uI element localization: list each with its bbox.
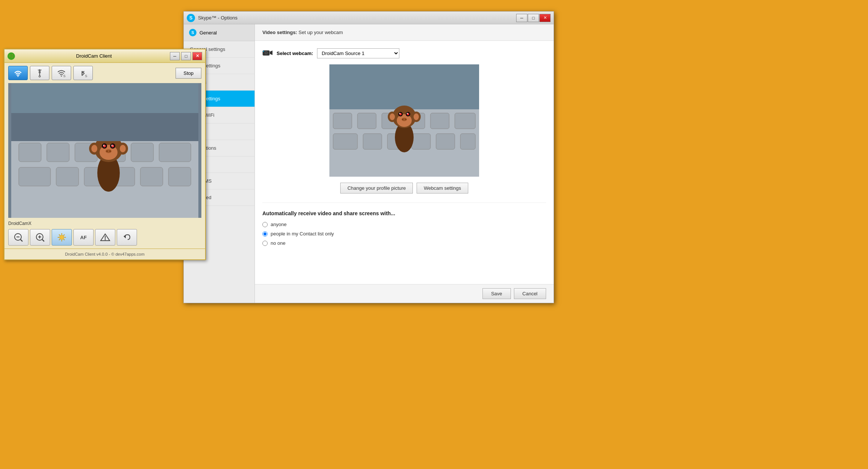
svg-line-51: [64, 235, 65, 236]
svg-point-44: [60, 235, 64, 240]
cancel-button[interactable]: Cancel: [514, 288, 546, 299]
main-header-sub: Set up your webcam: [299, 30, 343, 35]
auto-receive-title: Automatically receive video and share sc…: [262, 210, 546, 216]
radio-no-one-input[interactable]: [262, 241, 268, 246]
radio-anyone[interactable]: anyone: [262, 222, 546, 227]
svg-marker-60: [270, 51, 272, 55]
svg-rect-75: [436, 134, 455, 149]
webcam-select-dropdown[interactable]: DroidCam Source 1 Default Webcam No webc…: [317, 48, 399, 58]
svg-point-82: [414, 113, 419, 120]
svg-point-59: [265, 52, 267, 54]
radio-contacts-only[interactable]: people in my Contact list only: [262, 231, 546, 237]
svg-point-23: [91, 145, 97, 152]
skype-body: S General General settings Audio setting…: [184, 24, 554, 303]
droidcam-stop-button[interactable]: Stop: [176, 68, 201, 79]
undo-button[interactable]: [117, 229, 137, 246]
auto-receive-section: Automatically receive video and share sc…: [262, 202, 546, 246]
svg-point-34: [109, 150, 111, 152]
skype-minimize-button[interactable]: ─: [516, 14, 527, 22]
svg-rect-63: [329, 64, 479, 109]
radio-contacts-only-label[interactable]: people in my Contact list only: [271, 231, 334, 237]
svg-rect-74: [412, 134, 430, 149]
zoom-out-button[interactable]: [8, 229, 28, 246]
skype-window: S Skype™ - Options ─ □ ✕ S General Gener…: [183, 11, 554, 303]
droidcam-usb-button[interactable]: [30, 66, 49, 80]
zoom-in-icon: [35, 232, 45, 243]
webcam-select-row: Select webcam: DroidCam Source 1 Default…: [262, 48, 546, 58]
droidcam-close-button[interactable]: ✕: [192, 52, 202, 60]
svg-point-81: [390, 113, 395, 120]
svg-line-50: [64, 239, 65, 240]
webcam-select-label: Select webcam:: [277, 51, 313, 56]
droidcam-window: 🌿 DroidCam Client ─ □ ✕: [4, 49, 206, 260]
svg-text:S: S: [85, 74, 87, 78]
svg-line-52: [59, 239, 60, 240]
skype-app-icon: S: [187, 14, 195, 22]
main-header-label: Video settings:: [262, 30, 297, 35]
droidcam-toolbar: S S Stop: [4, 63, 205, 83]
svg-rect-72: [363, 134, 382, 149]
skype-close-button[interactable]: ✕: [539, 14, 551, 22]
droidcam-titlebar-controls: ─ □ ✕: [170, 52, 202, 60]
svg-rect-66: [357, 113, 376, 129]
svg-point-24: [120, 145, 126, 152]
svg-point-61: [263, 51, 264, 52]
droidcam-version-label: DroidCam Client v4.0.0 - © dev47apps.com: [65, 252, 144, 256]
bluetooth-s-icon: S: [78, 68, 88, 78]
brightness-icon: [57, 232, 67, 243]
droidcamx-label: DroidCamX: [8, 221, 31, 226]
svg-rect-65: [333, 113, 352, 129]
skype-footer: Save Cancel: [255, 284, 554, 303]
sidebar-header-label: General: [200, 30, 217, 36]
change-profile-picture-button[interactable]: Change your profile picture: [340, 183, 413, 194]
svg-line-43: [42, 240, 44, 241]
zoom-in-button[interactable]: [30, 229, 50, 246]
radio-anyone-label[interactable]: anyone: [271, 222, 287, 227]
skype-titlebar-controls: ─ □ ✕: [516, 14, 551, 22]
svg-rect-7: [19, 143, 41, 162]
droidcam-bt-button[interactable]: S: [73, 66, 93, 80]
svg-rect-12: [159, 143, 191, 162]
radio-anyone-input[interactable]: [262, 222, 268, 227]
droidcam-wifi-s-button[interactable]: S: [52, 66, 71, 80]
droidcam-titlebar: 🌿 DroidCam Client ─ □ ✕: [4, 49, 205, 63]
svg-rect-13: [19, 167, 51, 186]
svg-rect-70: [455, 113, 475, 129]
wifi-s-icon: S: [57, 68, 66, 78]
svg-point-89: [407, 113, 408, 114]
skype-main-content: Select webcam: DroidCam Source 1 Default…: [255, 41, 554, 284]
droidcam-title: DroidCam Client: [18, 53, 170, 59]
svg-rect-17: [140, 167, 163, 186]
svg-rect-14: [56, 167, 79, 186]
svg-text:S: S: [63, 74, 66, 78]
svg-rect-18: [168, 167, 191, 186]
autofocus-button[interactable]: AF: [73, 229, 94, 246]
wifi-icon: [13, 68, 23, 78]
svg-point-88: [399, 113, 401, 114]
droidcam-restore-button[interactable]: □: [181, 52, 191, 60]
skype-titlebar: S Skype™ - Options ─ □ ✕: [184, 12, 554, 24]
svg-point-1: [39, 76, 40, 77]
radio-contacts-only-input[interactable]: [262, 231, 268, 237]
svg-point-33: [106, 150, 108, 152]
droidcam-wifi-button[interactable]: [8, 66, 28, 80]
svg-rect-71: [333, 134, 357, 149]
triangle-button[interactable]: [95, 229, 115, 246]
svg-line-49: [59, 235, 60, 236]
radio-no-one[interactable]: no one: [262, 240, 546, 246]
skype-title: Skype™ - Options: [198, 15, 516, 21]
svg-point-31: [112, 145, 113, 146]
droidcam-minimize-button[interactable]: ─: [170, 52, 180, 60]
webcam-icon: [262, 49, 273, 58]
droidcam-controls-bar: AF: [4, 228, 205, 249]
brightness-button[interactable]: [52, 229, 72, 246]
svg-rect-36: [11, 83, 198, 113]
droidcam-app-icon: 🌿: [7, 52, 15, 60]
webcam-settings-button[interactable]: Webcam settings: [417, 183, 468, 194]
zoom-out-icon: [13, 232, 24, 243]
skype-restore-button[interactable]: □: [528, 14, 539, 22]
svg-rect-69: [430, 113, 449, 129]
save-button[interactable]: Save: [482, 288, 511, 299]
webcam-buttons: Change your profile picture Webcam setti…: [262, 183, 546, 194]
radio-no-one-label[interactable]: no one: [271, 240, 286, 246]
